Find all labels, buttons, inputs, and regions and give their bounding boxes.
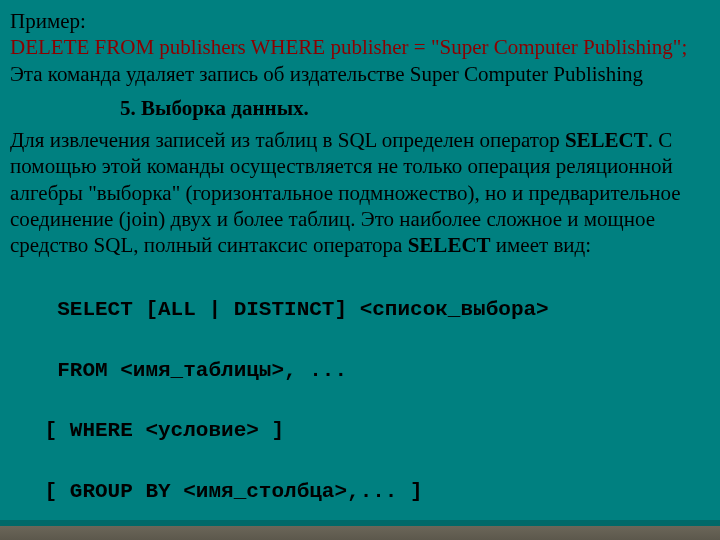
select-intro-paragraph: Для извлечения записей из таблиц в SQL о… (10, 127, 708, 258)
syntax-line-from: FROM <имя_таблицы>, ... (32, 356, 708, 386)
syntax-line-where: [ WHERE <условие> ] (32, 416, 708, 446)
example-label: Пример: (10, 9, 86, 33)
delete-sql-statement: DELETE FROM publishers WHERE publisher =… (10, 35, 687, 59)
syntax-line-groupby: [ GROUP BY <имя_столбца>,... ] (32, 477, 708, 507)
select-intro-part1: Для извлечения записей из таблиц в SQL о… (10, 128, 565, 152)
section-heading: 5. Выборка данных. (120, 95, 708, 121)
example-block: Пример: DELETE FROM publishers WHERE pub… (10, 8, 708, 87)
select-intro-part3: имеет вид: (491, 233, 592, 257)
delete-explanation: Эта команда удаляет запись об издательст… (10, 62, 643, 86)
document-page: Пример: DELETE FROM publishers WHERE pub… (0, 0, 720, 540)
select-keyword-2: SELECT (408, 233, 491, 257)
footer-bar (0, 526, 720, 540)
select-syntax-block: SELECT [ALL | DISTINCT] <список_выбора> … (32, 264, 708, 540)
select-keyword: SELECT (565, 128, 648, 152)
syntax-line-select: SELECT [ALL | DISTINCT] <список_выбора> (32, 295, 708, 325)
